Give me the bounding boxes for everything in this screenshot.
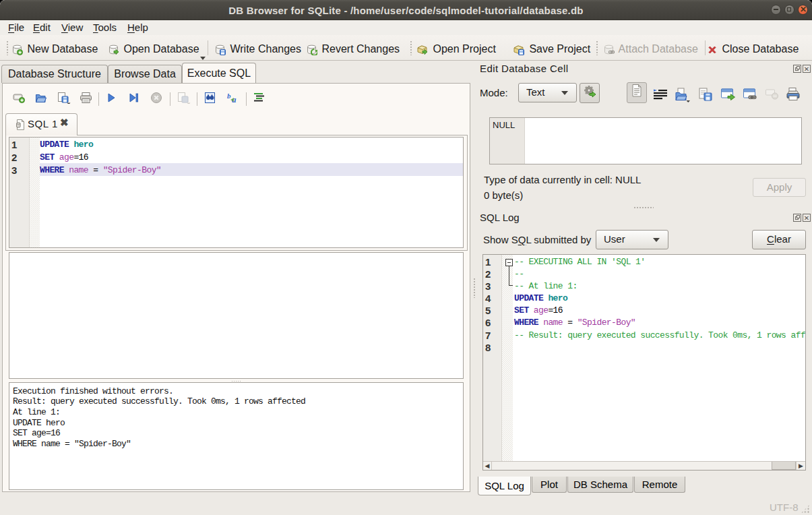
svg-text:b: b bbox=[227, 92, 231, 100]
